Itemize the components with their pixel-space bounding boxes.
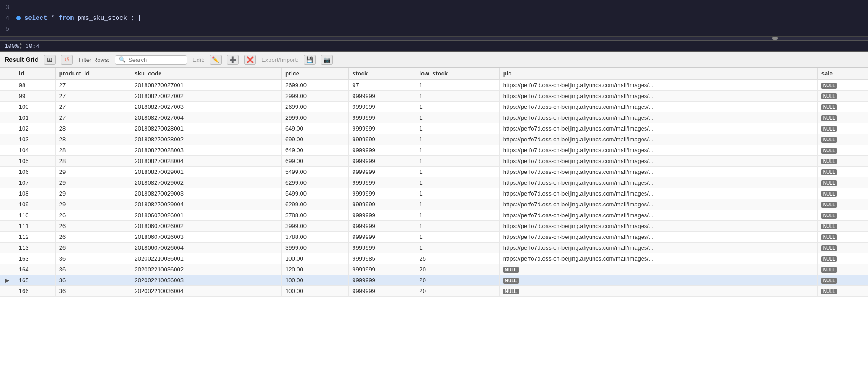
- cell-stock[interactable]: 9999999: [349, 91, 415, 102]
- cell-id[interactable]: 105: [15, 156, 55, 167]
- cell-product_id[interactable]: 26: [55, 243, 131, 253]
- cell-id[interactable]: 99: [15, 91, 55, 102]
- cell-product_id[interactable]: 28: [55, 123, 131, 134]
- cell-pic[interactable]: https://perfo7d.oss-cn-beijing.aliyuncs.…: [499, 91, 817, 102]
- table-row[interactable]: 111262018060700260023999.0099999991https…: [0, 221, 868, 232]
- cell-sale[interactable]: NULL: [817, 123, 868, 134]
- table-row[interactable]: 108292018082700290035499.0099999991https…: [0, 188, 868, 199]
- table-row[interactable]: 10428201808270028003649.0099999991https:…: [0, 145, 868, 156]
- cell-stock[interactable]: 9999999: [349, 264, 415, 275]
- cell-pic[interactable]: https://perfo7d.oss-cn-beijing.aliyuncs.…: [499, 199, 817, 210]
- table-row[interactable]: 16336202002210036001100.00999998525https…: [0, 253, 868, 264]
- cell-product_id[interactable]: 26: [55, 210, 131, 221]
- cell-low_stock[interactable]: 1: [415, 167, 499, 177]
- table-row[interactable]: 101272018082700270042999.0099999991https…: [0, 112, 868, 123]
- editor-scrollbar[interactable]: [0, 37, 868, 40]
- table-row[interactable]: 16436202002210036002120.00999999920NULLN…: [0, 264, 868, 275]
- cell-product_id[interactable]: 28: [55, 145, 131, 156]
- cell-id[interactable]: 109: [15, 199, 55, 210]
- table-row[interactable]: 110262018060700260013788.0099999991https…: [0, 210, 868, 221]
- cell-sale[interactable]: NULL: [817, 232, 868, 243]
- cell-sale[interactable]: NULL: [817, 199, 868, 210]
- cell-price[interactable]: 699.00: [282, 156, 349, 167]
- cell-sale[interactable]: NULL: [817, 264, 868, 275]
- cell-low_stock[interactable]: 1: [415, 177, 499, 188]
- cell-product_id[interactable]: 36: [55, 264, 131, 275]
- cell-price[interactable]: 6299.00: [282, 177, 349, 188]
- cell-sku_code[interactable]: 201808270029004: [131, 199, 282, 210]
- cell-sku_code[interactable]: 202002210036002: [131, 264, 282, 275]
- cell-pic[interactable]: https://perfo7d.oss-cn-beijing.aliyuncs.…: [499, 167, 817, 177]
- cell-stock[interactable]: 9999999: [349, 232, 415, 243]
- cell-low_stock[interactable]: 1: [415, 145, 499, 156]
- cell-id[interactable]: 107: [15, 177, 55, 188]
- cell-price[interactable]: 2699.00: [282, 102, 349, 112]
- table-row[interactable]: 106292018082700290015499.0099999991https…: [0, 167, 868, 177]
- table-row[interactable]: 16636202002210036004100.00999999920NULLN…: [0, 286, 868, 297]
- edit-pencil-button[interactable]: ✏️: [210, 55, 222, 65]
- cell-stock[interactable]: 9999999: [349, 210, 415, 221]
- cell-sale[interactable]: NULL: [817, 145, 868, 156]
- cell-price[interactable]: 5499.00: [282, 167, 349, 177]
- cell-id[interactable]: 111: [15, 221, 55, 232]
- cell-price[interactable]: 120.00: [282, 264, 349, 275]
- cell-low_stock[interactable]: 20: [415, 275, 499, 286]
- cell-price[interactable]: 100.00: [282, 253, 349, 264]
- table-row[interactable]: 99272018082700270022999.0099999991https:…: [0, 91, 868, 102]
- cell-product_id[interactable]: 27: [55, 112, 131, 123]
- cell-price[interactable]: 2699.00: [282, 79, 349, 91]
- cell-low_stock[interactable]: 1: [415, 243, 499, 253]
- cell-sale[interactable]: NULL: [817, 210, 868, 221]
- cell-stock[interactable]: 9999999: [349, 123, 415, 134]
- cell-stock[interactable]: 97: [349, 79, 415, 91]
- cell-pic[interactable]: NULL: [499, 275, 817, 286]
- cell-pic[interactable]: https://perfo7d.oss-cn-beijing.aliyuncs.…: [499, 177, 817, 188]
- cell-product_id[interactable]: 29: [55, 167, 131, 177]
- cell-sku_code[interactable]: 201808270027002: [131, 91, 282, 102]
- cell-low_stock[interactable]: 20: [415, 264, 499, 275]
- cell-low_stock[interactable]: 1: [415, 188, 499, 199]
- cell-stock[interactable]: 9999999: [349, 221, 415, 232]
- cell-low_stock[interactable]: 1: [415, 134, 499, 145]
- cell-price[interactable]: 649.00: [282, 123, 349, 134]
- cell-low_stock[interactable]: 1: [415, 221, 499, 232]
- cell-sku_code[interactable]: 201808270029002: [131, 177, 282, 188]
- cell-low_stock[interactable]: 25: [415, 253, 499, 264]
- cell-sale[interactable]: NULL: [817, 91, 868, 102]
- cell-id[interactable]: 108: [15, 188, 55, 199]
- cell-product_id[interactable]: 26: [55, 232, 131, 243]
- cell-sku_code[interactable]: 201808270027001: [131, 79, 282, 91]
- zoom-down-arrow[interactable]: ▼: [19, 46, 22, 50]
- cell-id[interactable]: 102: [15, 123, 55, 134]
- cell-stock[interactable]: 9999999: [349, 156, 415, 167]
- cell-pic[interactable]: https://perfo7d.oss-cn-beijing.aliyuncs.…: [499, 134, 817, 145]
- cell-sku_code[interactable]: 201808270028001: [131, 123, 282, 134]
- cell-sku_code[interactable]: 201808270028002: [131, 134, 282, 145]
- cell-low_stock[interactable]: 1: [415, 112, 499, 123]
- zoom-control[interactable]: 100% ▲ ▼: [5, 42, 22, 50]
- cell-product_id[interactable]: 27: [55, 91, 131, 102]
- scrollbar-thumb[interactable]: [772, 37, 778, 40]
- cell-pic[interactable]: https://perfo7d.oss-cn-beijing.aliyuncs.…: [499, 145, 817, 156]
- cell-stock[interactable]: 9999999: [349, 177, 415, 188]
- search-input[interactable]: [128, 56, 183, 63]
- cell-sku_code[interactable]: 201808270027003: [131, 102, 282, 112]
- cell-stock[interactable]: 9999999: [349, 112, 415, 123]
- cell-product_id[interactable]: 28: [55, 134, 131, 145]
- cell-price[interactable]: 6299.00: [282, 199, 349, 210]
- cell-product_id[interactable]: 29: [55, 177, 131, 188]
- cell-product_id[interactable]: 27: [55, 79, 131, 91]
- cell-id[interactable]: 163: [15, 253, 55, 264]
- cell-sale[interactable]: NULL: [817, 286, 868, 297]
- col-header-id[interactable]: id: [15, 68, 55, 79]
- cell-product_id[interactable]: 29: [55, 188, 131, 199]
- cell-stock[interactable]: 9999999: [349, 188, 415, 199]
- cell-low_stock[interactable]: 1: [415, 123, 499, 134]
- cell-stock[interactable]: 9999999: [349, 286, 415, 297]
- cell-price[interactable]: 3999.00: [282, 243, 349, 253]
- cell-id[interactable]: 164: [15, 264, 55, 275]
- cell-sku_code[interactable]: 201806070026004: [131, 243, 282, 253]
- search-input-wrap[interactable]: 🔍: [115, 55, 187, 65]
- import-button[interactable]: 📷: [321, 55, 333, 65]
- table-row[interactable]: 113262018060700260043999.0099999991https…: [0, 243, 868, 253]
